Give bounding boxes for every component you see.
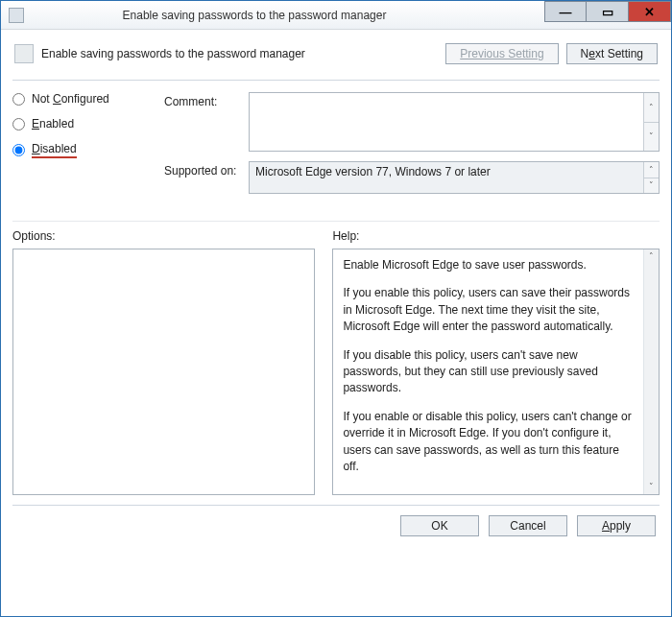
apply-button[interactable]: Apply xyxy=(577,515,656,536)
window-title: Enable saving passwords to the password … xyxy=(0,9,544,22)
comment-row: Comment: ˄ ˅ xyxy=(164,92,660,152)
close-button[interactable]: ✕ xyxy=(629,1,671,22)
policy-icon xyxy=(14,44,34,63)
radio-enabled-label: Enabled xyxy=(32,117,74,131)
supported-label: Supported on: xyxy=(164,161,249,194)
comment-scrollbar[interactable]: ˄ ˅ xyxy=(643,93,659,151)
radio-not-configured[interactable]: Not Configured xyxy=(12,92,147,106)
radio-not-configured-label: Not Configured xyxy=(32,92,109,106)
window-buttons: — ▭ ✕ xyxy=(544,1,671,29)
ok-button[interactable]: OK xyxy=(400,515,479,536)
supported-scrollbar[interactable]: ˄ ˅ xyxy=(643,162,659,193)
detail-column: Comment: ˄ ˅ Supported on: Microsoft Edg… xyxy=(164,92,660,203)
next-setting-button[interactable]: Next Setting xyxy=(566,43,658,64)
policy-title: Enable saving passwords to the password … xyxy=(41,47,305,60)
nav-buttons: Previous Setting Next Setting xyxy=(445,43,658,64)
supported-value: Microsoft Edge version 77, Windows 7 or … xyxy=(255,165,491,178)
options-label: Options: xyxy=(12,229,315,243)
radio-not-configured-input[interactable] xyxy=(12,93,25,106)
chevron-up-icon[interactable]: ˄ xyxy=(644,249,659,265)
maximize-button[interactable]: ▭ xyxy=(587,1,629,22)
help-scrollbar[interactable]: ˄ ˅ xyxy=(643,249,659,494)
body: Not Configured Enabled Disabled Comment: xyxy=(12,92,660,203)
supported-row: Supported on: Microsoft Edge version 77,… xyxy=(164,161,660,194)
state-column: Not Configured Enabled Disabled xyxy=(12,92,147,203)
footer: OK Cancel Apply xyxy=(12,505,660,540)
help-p3: If you disable this policy, users can't … xyxy=(343,347,636,397)
titlebar: Enable saving passwords to the password … xyxy=(1,1,671,30)
help-box: Enable Microsoft Edge to save user passw… xyxy=(332,249,660,495)
options-column: Options: xyxy=(12,225,315,495)
header-left: Enable saving passwords to the password … xyxy=(14,44,305,63)
radio-enabled[interactable]: Enabled xyxy=(12,117,147,131)
chevron-down-icon[interactable]: ˅ xyxy=(644,479,659,494)
help-p4: If you enable or disable this policy, us… xyxy=(343,409,636,476)
radio-enabled-input[interactable] xyxy=(12,118,25,131)
comment-label: Comment: xyxy=(164,92,249,152)
help-label: Help: xyxy=(332,229,660,243)
chevron-up-icon[interactable]: ˄ xyxy=(643,162,659,178)
radio-disabled-label: Disabled xyxy=(32,142,77,158)
previous-setting-button: Previous Setting xyxy=(445,43,558,64)
radio-disabled-input[interactable] xyxy=(12,144,25,156)
help-p2: If you enable this policy, users can sav… xyxy=(343,285,636,335)
supported-box: Microsoft Edge version 77, Windows 7 or … xyxy=(249,161,660,194)
chevron-up-icon[interactable]: ˄ xyxy=(643,93,659,123)
comment-textarea[interactable]: ˄ ˅ xyxy=(249,92,660,152)
help-column: Help: Enable Microsoft Edge to save user… xyxy=(332,225,660,495)
chevron-down-icon[interactable]: ˅ xyxy=(643,123,659,152)
radio-disabled[interactable]: Disabled xyxy=(12,142,147,158)
minimize-button[interactable]: — xyxy=(544,1,587,22)
chevron-down-icon[interactable]: ˅ xyxy=(643,178,659,194)
cancel-button[interactable]: Cancel xyxy=(489,515,567,536)
header: Enable saving passwords to the password … xyxy=(12,36,660,81)
options-box xyxy=(12,249,315,495)
lower-panes: Options: Help: Enable Microsoft Edge to … xyxy=(12,221,660,495)
state-radio-group: Not Configured Enabled Disabled xyxy=(12,92,147,158)
client-area: Enable saving passwords to the password … xyxy=(1,30,671,550)
help-p1: Enable Microsoft Edge to save user passw… xyxy=(343,257,636,273)
